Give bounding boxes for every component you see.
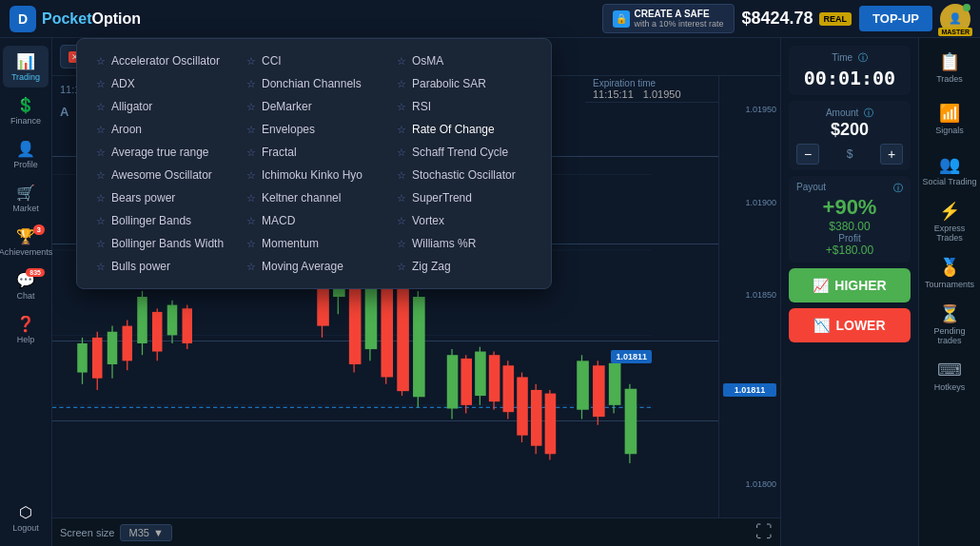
exp-price: 1.01950 (643, 88, 681, 100)
far-right-item-express[interactable]: ⚡ Express Trades (922, 198, 977, 245)
indicator-item[interactable]: ☆Schaff Trend Cycle (389, 142, 539, 163)
balance-amount: $8424.78 (742, 9, 813, 29)
safe-icon: 🔒 (613, 10, 630, 28)
lower-button[interactable]: 📉 LOWER (789, 308, 911, 342)
logo-icon: D (10, 6, 36, 32)
sidebar-label-logout: Logout (12, 523, 39, 533)
resolution-arrow: ▼ (153, 527, 164, 538)
indicator-item[interactable]: ☆Bollinger Bands (88, 210, 239, 231)
indicator-item[interactable]: ☆Williams %R (389, 233, 539, 254)
sidebar-item-help[interactable]: ❓ Help (3, 308, 49, 350)
indicator-item[interactable]: ☆Keltner channel (239, 187, 389, 208)
indicator-item[interactable]: ☆Average true range (88, 142, 239, 163)
amount-info-icon: ⓘ (864, 107, 873, 118)
indicator-item[interactable]: ☆ADX (88, 73, 239, 94)
indicator-item[interactable]: ☆Awesome Oscillator (88, 165, 239, 185)
svg-rect-46 (517, 377, 528, 435)
indicator-label: Average true range (111, 146, 209, 159)
indicator-item[interactable]: ☆RSI (389, 96, 539, 117)
sidebar-item-trading[interactable]: 📊 Trading (3, 46, 49, 88)
indicator-item[interactable]: ☆Rate Of Change (389, 119, 539, 140)
indicator-item[interactable]: ☆Zig Zag (389, 256, 539, 277)
trading-icon: 📊 (16, 52, 35, 70)
star-icon: ☆ (246, 124, 256, 136)
indicator-item[interactable]: ☆SuperTrend (389, 187, 539, 208)
amount-currency: $ (847, 147, 853, 161)
svg-rect-50 (545, 394, 557, 455)
topup-button[interactable]: TOP-UP (859, 6, 932, 31)
indicator-item[interactable]: ☆Stochastic Oscillator (389, 165, 539, 185)
create-safe-label: CREATE A SAFE (634, 9, 723, 19)
indicator-label: Bollinger Bands (111, 214, 191, 227)
current-price-label: 1.01811 (611, 350, 652, 363)
sidebar-item-market[interactable]: 🛒 Market (3, 177, 49, 219)
indicator-item[interactable]: ☆Vortex (389, 210, 539, 231)
amount-increase-btn[interactable]: + (880, 144, 903, 165)
star-icon: ☆ (96, 261, 106, 273)
indicator-item[interactable]: ☆Parabolic SAR (389, 73, 539, 94)
indicator-item[interactable]: ☆Alligator (88, 96, 239, 117)
higher-icon: 📈 (813, 278, 829, 293)
amount-box: Amount ⓘ $200 − $ + (789, 101, 911, 170)
payout-box: Payout ⓘ +90% $380.00 Profit +$180.00 (789, 176, 911, 263)
social-icon: 👥 (939, 154, 960, 175)
avatar: 👤 MASTER (940, 4, 970, 34)
svg-rect-16 (152, 312, 163, 352)
far-right-item-hotkeys[interactable]: ⌨ Hotkeys (922, 352, 977, 400)
svg-rect-32 (397, 277, 409, 391)
indicator-dropdown: ☆Accelerator Oscillator☆ADX☆Alligator☆Ar… (76, 38, 552, 289)
create-safe-button[interactable]: 🔒 CREATE A SAFE with a 10% interest rate (602, 4, 734, 33)
indicator-label: Keltner channel (262, 191, 341, 205)
sidebar-item-profile[interactable]: 👤 Profile (3, 133, 49, 175)
indicator-item[interactable]: ☆Accelerator Oscillator (88, 50, 239, 71)
indicator-label: Aroon (111, 123, 142, 136)
indicator-item[interactable]: ☆Ichimoku Kinko Hyo (239, 165, 389, 185)
far-right-item-tournaments[interactable]: 🏅 Tournaments (922, 249, 977, 297)
star-icon: ☆ (96, 101, 106, 113)
far-right-item-signals[interactable]: 📶 Signals (922, 95, 977, 143)
amount-decrease-btn[interactable]: − (796, 144, 819, 165)
indicator-label: Moving Average (262, 260, 343, 273)
indicator-item[interactable]: ☆DeMarker (239, 96, 389, 117)
indicator-label: Awesome Oscillator (111, 168, 212, 182)
far-right-item-social[interactable]: 👥 Social Trading (922, 146, 977, 194)
hotkeys-icon: ⌨ (937, 360, 962, 380)
profit-label: Profit (796, 233, 903, 244)
logout-icon: ⬡ (19, 503, 32, 521)
star-icon: ☆ (246, 55, 256, 68)
indicator-label: DeMarker (262, 100, 312, 113)
svg-rect-10 (108, 332, 118, 364)
star-icon: ☆ (96, 238, 106, 250)
indicator-item[interactable]: ☆Envelopes (239, 119, 389, 140)
indicator-item[interactable]: ☆Donchian Channels (239, 73, 389, 94)
indicator-item[interactable]: ☆Moving Average (239, 256, 389, 277)
far-right-item-trades[interactable]: 📋 Trades (922, 44, 977, 91)
svg-rect-56 (609, 363, 621, 405)
screen-size-group: Screen size M35 ▼ (60, 524, 172, 541)
resolution-selector[interactable]: M35 ▼ (120, 524, 171, 541)
indicator-item[interactable]: ☆Aroon (88, 119, 239, 140)
sidebar-item-finance[interactable]: 💲 Finance (3, 89, 49, 131)
far-right-item-pending[interactable]: ⏳ Pending trades (922, 301, 977, 348)
achievements-badge: 3 (33, 224, 45, 235)
resolution-label: M35 (128, 527, 148, 538)
sidebar-item-chat[interactable]: 💬 Chat 835 (3, 264, 49, 306)
amount-controls: − $ + (796, 144, 903, 165)
indicator-item[interactable]: ☆Momentum (239, 233, 389, 254)
trades-label: Trades (936, 74, 963, 84)
indicator-item[interactable]: ☆Bears power (88, 187, 239, 208)
indicator-item[interactable]: ☆MACD (239, 210, 389, 231)
higher-button[interactable]: 📈 HIGHER (789, 268, 911, 302)
sidebar-item-logout[interactable]: ⬡ Logout (3, 497, 49, 538)
indicator-item[interactable]: ☆OsMA (389, 50, 539, 71)
indicator-label: Envelopes (262, 123, 315, 136)
signals-icon: 📶 (939, 103, 960, 124)
indicator-item[interactable]: ☆Fractal (239, 142, 389, 163)
sidebar-item-achievements[interactable]: 🏆 Achievements 3 (3, 221, 49, 263)
fullscreen-button[interactable]: ⛶ (755, 522, 773, 542)
indicator-item[interactable]: ☆CCI (239, 50, 389, 71)
payout-label: Payout ⓘ (796, 182, 903, 195)
indicator-item[interactable]: ☆Bollinger Bands Width (88, 233, 239, 254)
express-label: Express Trades (922, 224, 977, 243)
indicator-item[interactable]: ☆Bulls power (88, 256, 239, 277)
